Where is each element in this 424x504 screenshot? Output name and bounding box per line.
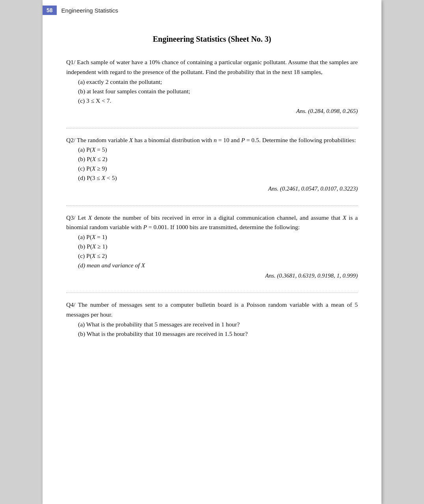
main-title: Engineering Statistics (Sheet No. 3) xyxy=(66,35,358,44)
question-3-answer: Ans. (0.3681, 0.6319, 0.9198, 1, 0.999) xyxy=(66,272,358,279)
question-2-sub-b: (b) P(X ≤ 2) xyxy=(66,154,358,164)
question-4-sub-a: (a) What is the probability that 5 messa… xyxy=(66,320,358,329)
divider-3 xyxy=(66,293,358,293)
question-2-sub-a: (a) P(X = 5) xyxy=(66,145,358,154)
question-2-answer: Ans. (0.2461, 0.0547, 0.0107, 0.3223) xyxy=(66,185,358,192)
question-3-sub-b: (b) P(X ≥ 1) xyxy=(66,242,358,251)
question-4-sub-b: (b) What is the probability that 10 mess… xyxy=(66,329,358,339)
question-1-sub-b: (b) at least four samples contain the po… xyxy=(66,87,358,96)
question-1-text: Q1/ Each sample of water have a 10% chan… xyxy=(66,57,358,106)
question-3-sub-c: (c) P(X ≤ 2) xyxy=(66,251,358,261)
header-title: Engineering Statistics xyxy=(61,7,118,14)
question-2-sub-d: (d) P(3 ≤ X < 5) xyxy=(66,173,358,183)
question-4-text: Q4/ The number of messages sent to a com… xyxy=(66,300,358,339)
question-3: Q3/ Let X denote the number of bits rece… xyxy=(66,213,358,287)
question-2-sub-c: (c) P(X ≥ 9) xyxy=(66,164,358,173)
question-2-body: Q2/ The random variable X has a binomial… xyxy=(66,137,356,143)
page-number: 58 xyxy=(43,6,57,15)
page: 58 Engineering Statistics Engineering St… xyxy=(43,0,381,504)
question-4: Q4/ The number of messages sent to a com… xyxy=(66,300,358,346)
question-3-sub-a: (a) P(X = 1) xyxy=(66,232,358,242)
question-1-body: Q1/ Each sample of water have a 10% chan… xyxy=(66,59,358,75)
question-1-sub-c: (c) 3 ≤ X < 7. xyxy=(66,96,358,106)
page-content: Engineering Statistics (Sheet No. 3) Q1/… xyxy=(43,19,381,361)
divider-1 xyxy=(66,128,358,128)
question-1: Q1/ Each sample of water have a 10% chan… xyxy=(66,57,358,122)
divider-2 xyxy=(66,206,358,206)
question-3-body: Q3/ Let X denote the number of bits rece… xyxy=(66,214,358,231)
question-3-text: Q3/ Let X denote the number of bits rece… xyxy=(66,213,358,271)
question-1-answer: Ans. (0.284, 0.098, 0.265) xyxy=(66,108,358,115)
question-3-sub-d: (d) mean and variance of X xyxy=(66,261,358,270)
question-4-body: Q4/ The number of messages sent to a com… xyxy=(66,301,358,318)
question-2: Q2/ The random variable X has a binomial… xyxy=(66,135,358,199)
question-2-text: Q2/ The random variable X has a binomial… xyxy=(66,135,358,183)
page-header: 58 Engineering Statistics xyxy=(43,0,381,19)
question-1-sub-a: (a) exactly 2 contain the pollutant; xyxy=(66,77,358,87)
